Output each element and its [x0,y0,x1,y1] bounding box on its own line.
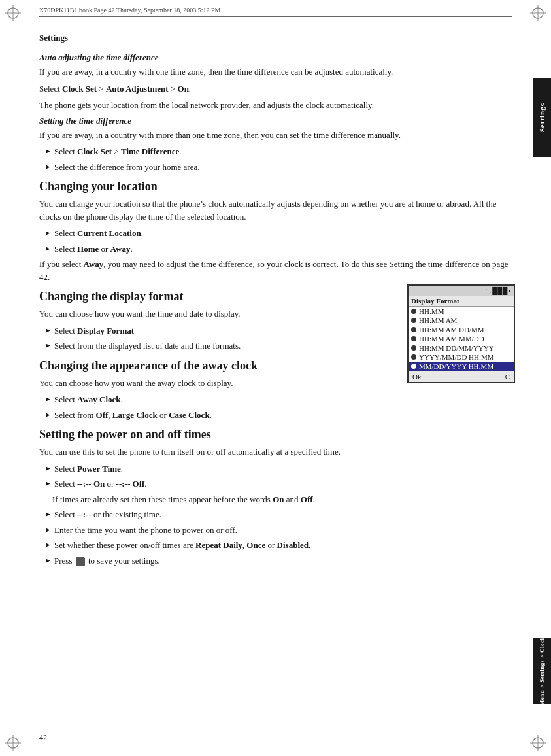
popup-bullet-icon [411,327,416,332]
popup-bullet-icon [411,345,416,351]
power-times-bullet3: ▸ Select --:-- or the existing time. [39,508,515,521]
bullet-arrow-icon: ▸ [46,394,50,404]
popup-item[interactable]: HH:MM AM DD/MM [409,325,514,334]
auto-adjust-heading: Auto adjusting the time difference [39,52,515,63]
corner-mark-tl [5,5,21,21]
popup-item-label: HH:MM DD/MM/YYYY [419,344,494,352]
popup-header: ↑↓███▪ [409,286,514,296]
change-location-heading: Changing your location [39,180,515,194]
corner-mark-br [530,735,546,751]
power-times-bullet2: ▸ Select --:-- On or --:-- Off. [39,477,515,490]
side-tab-bottom: Menu > Settings > Clock [533,638,551,704]
corner-mark-bl [5,735,21,751]
book-info: X70DPK11B1.book Page 42 Thursday, Septem… [39,7,220,14]
popup-bullet-icon [411,364,416,369]
bullet-arrow-icon: ▸ [46,162,50,172]
popup-item-label: HH:MM AM [419,317,457,324]
bullet-arrow-icon: ▸ [46,409,50,420]
auto-adjust-instruction: Select Clock Set > Auto Adjustment > On. [39,82,515,95]
popup-box: ↑↓███▪ Display Format HH:MMHH:MM AMHH:MM… [407,284,515,383]
bullet-arrow-icon: ▸ [46,243,50,254]
power-times-bullet1: ▸ Select Power Time. [39,462,515,475]
popup-bullet-icon [411,318,416,323]
power-times-body1: You can use this to set the phone to tur… [39,445,515,458]
bullet-arrow-icon: ▸ [46,555,50,566]
page-heading: Settings [39,33,515,43]
popup-items-list: HH:MMHH:MM AMHH:MM AM DD/MMHH:MM AM MM/D… [409,307,514,371]
popup-item[interactable]: HH:MM AM [409,316,514,325]
popup-item-label: HH:MM [419,307,444,315]
popup-c-button[interactable]: C [505,373,510,381]
bullet-arrow-icon: ▸ [46,509,50,519]
bullet-arrow-icon: ▸ [46,540,50,550]
bullet-arrow-icon: ▸ [46,325,50,335]
page-number: 42 [39,733,47,743]
popup-footer: Ok C [409,371,514,382]
power-times-subtext: If times are already set then these time… [39,493,515,506]
change-location-body2: If you select Away, you may need to adju… [39,258,515,283]
popup-item[interactable]: HH:MM AM MM/DD [409,334,514,343]
power-times-bullet4: ▸ Enter the time you want the phone to p… [39,524,515,537]
display-format-popup: ↑↓███▪ Display Format HH:MMHH:MM AMHH:MM… [407,284,515,383]
change-location-body1: You can change your location so that the… [39,198,515,223]
popup-item-label: HH:MM AM DD/MM [419,326,484,334]
auto-adjust-body2: The phone gets your location from the lo… [39,99,515,112]
side-tab-label: Settings [538,103,546,132]
bullet-arrow-icon: ▸ [46,524,50,535]
bullet-arrow-icon: ▸ [46,228,50,238]
change-display-bullet2-text: Select from the displayed list of date a… [54,339,241,352]
popup-item-label: YYYY/MM/DD HH:MM [419,353,494,361]
popup-bullet-icon [411,309,416,314]
bullet-arrow-icon: ▸ [46,146,50,156]
signal-icons: ↑↓███▪ [484,287,511,294]
top-bar: X70DPK11B1.book Page 42 Thursday, Septem… [39,7,512,17]
bullet-arrow-icon: ▸ [46,463,50,473]
change-away-bullet1: ▸ Select Away Clock. [39,393,515,406]
corner-mark-tr [530,5,546,21]
popup-item[interactable]: MM/DD/YYYY HH:MM [409,362,514,371]
popup-bullet-icon [411,354,416,360]
side-tab-settings: Settings [533,78,551,157]
popup-item[interactable]: YYYY/MM/DD HH:MM [409,352,514,362]
auto-adjust-body1: If you are away, in a country with one t… [39,65,515,78]
menu-key-icon [76,557,85,566]
power-times-bullet4-text: Enter the time you want the phone to pow… [54,524,237,537]
change-location-bullet2: ▸ Select Home or Away. [39,243,515,256]
bullet-arrow-icon: ▸ [46,478,50,489]
power-times-bullet5: ▸ Set whether these power on/off times a… [39,539,515,552]
side-tab-bottom-label: Menu > Settings > Clock [539,636,545,706]
power-times-heading: Setting the power on and off times [39,428,515,441]
set-time-diff-bullet2: ▸ Select the difference from your home a… [39,161,515,174]
popup-ok-button[interactable]: Ok [412,373,421,381]
set-time-diff-heading: Setting the time difference [39,116,515,126]
change-away-bullet2: ▸ Select from Off, Large Clock or Case C… [39,409,515,422]
popup-item-label: MM/DD/YYYY HH:MM [419,362,493,370]
set-time-diff-body1: If you are away, in a country with more … [39,129,515,142]
set-time-diff-bullet1: ▸ Select Clock Set > Time Difference. [39,145,515,158]
popup-item[interactable]: HH:MM [409,307,514,316]
popup-title: Display Format [409,296,514,307]
change-location-bullet1: ▸ Select Current Location. [39,227,515,240]
set-time-diff-bullet2-text: Select the difference from your home are… [54,161,199,174]
power-times-bullet6: ▸ Press to save your settings. [39,555,515,568]
popup-item[interactable]: HH:MM DD/MM/YYYY [409,343,514,352]
popup-item-label: HH:MM AM MM/DD [419,335,484,343]
popup-bullet-icon [411,336,416,341]
bullet-arrow-icon: ▸ [46,340,50,351]
